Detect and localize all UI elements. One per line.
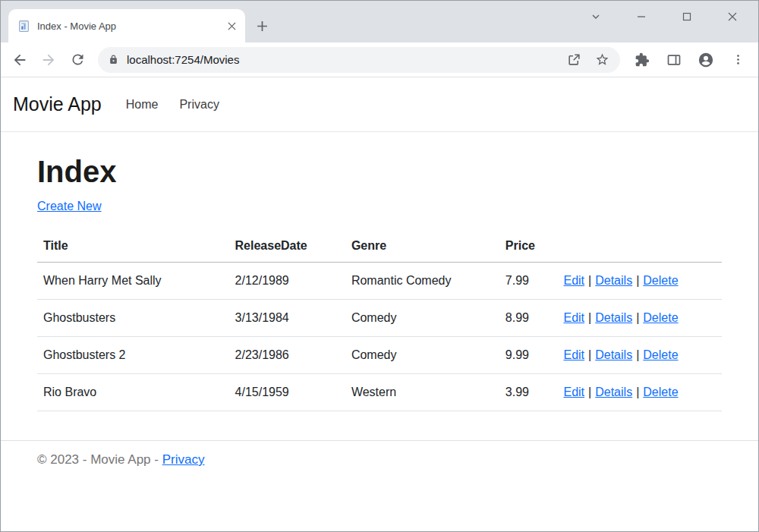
tab-title: Index - Movie App — [37, 20, 224, 32]
details-link[interactable]: Details — [595, 386, 632, 398]
address-bar[interactable]: localhost:7254/Movies — [98, 47, 620, 73]
plus-icon — [257, 20, 268, 32]
cell-price: 9.99 — [499, 337, 558, 374]
action-separator: | — [588, 386, 591, 398]
nav-link-home[interactable]: Home — [126, 98, 159, 112]
column-header-actions — [557, 230, 722, 263]
star-icon — [595, 52, 609, 67]
tab-strip: Index - Movie App — [1, 1, 758, 42]
create-new-link[interactable]: Create New — [37, 200, 101, 212]
movie-app-favicon — [17, 20, 30, 33]
site-footer: © 2023 - Movie App - Privacy — [1, 440, 758, 479]
table-row: Ghostbusters 2 2/23/1986 Comedy 9.99 Edi… — [37, 337, 722, 374]
window-close-button[interactable] — [726, 11, 739, 23]
edit-link[interactable]: Edit — [563, 348, 584, 361]
site-navbar: Movie App Home Privacy — [1, 77, 758, 132]
cell-genre: Western — [345, 374, 499, 411]
delete-link[interactable]: Delete — [643, 274, 678, 287]
column-header-title: Title — [37, 230, 229, 263]
column-header-price: Price — [499, 230, 558, 263]
extensions-icon — [635, 52, 650, 68]
share-icon — [567, 52, 581, 67]
cell-title: When Harry Met Sally — [37, 263, 229, 300]
delete-link[interactable]: Delete — [643, 386, 678, 398]
cell-actions: Edit|Details|Delete — [557, 300, 722, 337]
cell-price: 3.99 — [499, 374, 558, 411]
table-row: Ghostbusters 3/13/1984 Comedy 8.99 Edit|… — [37, 300, 722, 337]
browser-toolbar: localhost:7254/Movies — [1, 42, 758, 77]
tab-close-button[interactable] — [224, 18, 239, 33]
column-header-genre: Genre — [345, 230, 499, 263]
details-link[interactable]: Details — [595, 348, 632, 361]
main-content: Index Create New Title ReleaseDate Genre… — [1, 132, 758, 411]
nav-link-privacy[interactable]: Privacy — [179, 98, 219, 112]
cell-genre: Romantic Comedy — [345, 263, 499, 300]
bookmark-button[interactable] — [595, 52, 609, 67]
close-icon — [727, 11, 738, 22]
cell-release-date: 3/13/1984 — [229, 300, 345, 337]
side-panel-button[interactable] — [661, 47, 687, 73]
profile-button[interactable] — [693, 47, 719, 73]
cell-title: Ghostbusters — [37, 300, 229, 337]
back-icon — [11, 52, 28, 68]
table-row: When Harry Met Sally 2/12/1989 Romantic … — [37, 263, 722, 300]
action-separator: | — [636, 348, 639, 361]
delete-link[interactable]: Delete — [643, 348, 678, 361]
page-content: Movie App Home Privacy Index Create New … — [1, 77, 758, 531]
copyright-text: © 2023 - Movie App - — [37, 452, 159, 467]
action-separator: | — [636, 386, 639, 398]
column-header-releasedate: ReleaseDate — [229, 230, 345, 263]
footer-privacy-link[interactable]: Privacy — [162, 452, 205, 467]
movies-table: Title ReleaseDate Genre Price When Harry… — [37, 230, 722, 411]
edit-link[interactable]: Edit — [563, 386, 584, 398]
share-button[interactable] — [567, 52, 581, 67]
edit-link[interactable]: Edit — [563, 311, 584, 324]
forward-button[interactable] — [34, 46, 63, 74]
action-separator: | — [636, 274, 639, 287]
lock-icon — [109, 55, 118, 65]
window-chevron-button[interactable] — [590, 11, 602, 23]
forward-icon — [40, 52, 57, 68]
browser-window: Index - Movie App — [0, 0, 759, 532]
browser-menu-button[interactable] — [725, 47, 751, 73]
details-link[interactable]: Details — [595, 311, 632, 324]
window-maximize-button[interactable] — [681, 11, 693, 23]
table-header-row: Title ReleaseDate Genre Price — [37, 230, 722, 263]
action-separator: | — [588, 311, 591, 324]
cell-genre: Comedy — [345, 337, 499, 374]
cell-release-date: 2/23/1986 — [229, 337, 345, 374]
cell-actions: Edit|Details|Delete — [557, 263, 722, 300]
cell-genre: Comedy — [345, 300, 499, 337]
window-minimize-button[interactable] — [635, 11, 647, 23]
details-link[interactable]: Details — [595, 274, 632, 287]
edit-link[interactable]: Edit — [563, 274, 584, 287]
new-tab-button[interactable] — [251, 15, 272, 36]
cell-release-date: 2/12/1989 — [229, 263, 345, 300]
kebab-menu-icon — [732, 53, 745, 66]
cell-actions: Edit|Details|Delete — [557, 337, 722, 374]
action-separator: | — [588, 348, 591, 361]
cell-release-date: 4/15/1959 — [229, 374, 345, 411]
delete-link[interactable]: Delete — [643, 311, 678, 324]
page-title: Index — [37, 155, 722, 189]
cell-title: Ghostbusters 2 — [37, 337, 229, 374]
profile-icon — [698, 52, 714, 68]
window-controls — [590, 1, 758, 33]
action-separator: | — [636, 311, 639, 324]
cell-price: 7.99 — [499, 263, 558, 300]
reload-icon — [70, 52, 86, 68]
close-icon — [228, 22, 236, 30]
chevron-down-icon — [591, 11, 601, 22]
cell-price: 8.99 — [499, 300, 558, 337]
table-row: Rio Bravo 4/15/1959 Western 3.99 Edit|De… — [37, 374, 722, 411]
toolbar-right — [629, 47, 751, 73]
back-button[interactable] — [5, 46, 34, 74]
url-text[interactable]: localhost:7254/Movies — [127, 53, 553, 66]
extensions-button[interactable] — [629, 47, 655, 73]
reload-button[interactable] — [63, 46, 92, 74]
browser-tab[interactable]: Index - Movie App — [8, 9, 245, 42]
cell-actions: Edit|Details|Delete — [557, 374, 722, 411]
side-panel-icon — [666, 52, 682, 68]
brand-link[interactable]: Movie App — [13, 93, 102, 115]
cell-title: Rio Bravo — [37, 374, 229, 411]
